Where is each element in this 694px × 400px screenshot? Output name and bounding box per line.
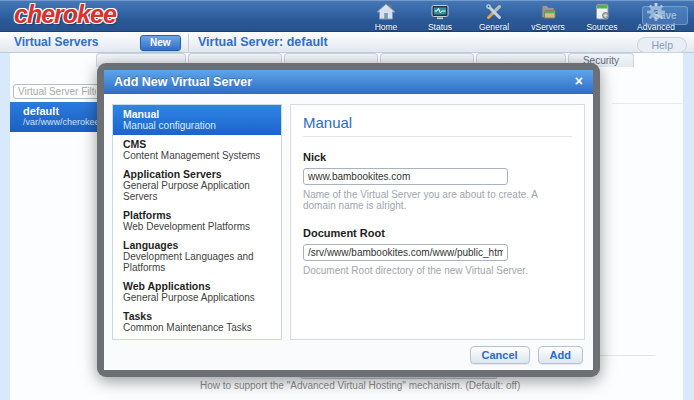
vservers-icon: [538, 2, 558, 22]
document-root-label: Document Root: [303, 227, 572, 239]
category-title: Languages: [123, 239, 273, 251]
dialog-header: Add New Virtual Server ×: [104, 70, 593, 94]
category-subtitle: Content Management Systems: [123, 150, 273, 161]
nav-label: Home: [375, 22, 398, 32]
category-title: Manual: [123, 108, 273, 120]
category-title: Web Applications: [123, 280, 273, 292]
manual-config-panel: Manual Nick Name of the Virtual Server y…: [290, 104, 585, 340]
content-divider: [612, 103, 682, 104]
category-title: Platforms: [123, 209, 273, 221]
dialog-title: Add New Virtual Server: [114, 70, 252, 94]
category-title: Tasks: [123, 310, 273, 322]
dialog-body: Manual Manual configuration CMS Content …: [104, 94, 593, 370]
category-subtitle: Common Maintenance Tasks: [123, 322, 273, 333]
cancel-button[interactable]: Cancel: [470, 346, 530, 364]
nav-label: General: [479, 22, 509, 32]
top-navigation-bar: cherokee Home Status: [0, 0, 694, 32]
sources-icon: [592, 2, 612, 22]
category-subtitle: General Purpose Application Servers: [123, 180, 273, 202]
nav-label: Sources: [586, 22, 617, 32]
category-subtitle: Web Development Platforms: [123, 221, 273, 232]
cherokee-logo[interactable]: cherokee: [14, 0, 116, 29]
content-divider: [598, 355, 655, 356]
dialog-footer: Cancel Add: [470, 346, 583, 364]
nav-item-sources[interactable]: Sources: [580, 2, 624, 32]
close-icon[interactable]: ×: [575, 70, 583, 93]
panel-heading: Manual: [303, 114, 572, 137]
add-virtual-server-dialog: Add New Virtual Server × Manual Manual c…: [97, 63, 600, 377]
category-title: Application Servers: [123, 168, 273, 180]
nav-item-home[interactable]: Home: [364, 2, 408, 32]
category-cms[interactable]: CMS Content Management Systems: [113, 135, 281, 165]
new-virtual-server-button[interactable]: New: [140, 35, 181, 51]
category-application-servers[interactable]: Application Servers General Purpose Appl…: [113, 165, 281, 206]
wizard-category-list: Manual Manual configuration CMS Content …: [112, 104, 282, 340]
document-root-input[interactable]: [303, 244, 508, 261]
general-icon: [484, 2, 504, 22]
virtual-server-filter-input[interactable]: [13, 84, 101, 99]
save-button[interactable]: Save: [642, 6, 688, 25]
nick-field-group: Nick Name of the Virtual Server you are …: [303, 151, 572, 211]
nick-label: Nick: [303, 151, 572, 163]
sub-header-bar: Virtual Servers New Virtual Server: defa…: [0, 32, 694, 53]
main-nav: Home Status: [364, 2, 678, 32]
nav-item-vservers[interactable]: vServers: [526, 2, 570, 32]
add-button[interactable]: Add: [538, 346, 583, 364]
section-title: Virtual Servers: [14, 32, 99, 53]
method-help-text: How to support the "Advanced Virtual Hos…: [200, 380, 520, 391]
help-button[interactable]: Help: [637, 37, 687, 53]
category-tasks[interactable]: Tasks Common Maintenance Tasks: [113, 307, 281, 337]
category-title: CMS: [123, 138, 273, 150]
document-root-help-text: Document Root directory of the new Virtu…: [303, 265, 572, 276]
category-web-applications[interactable]: Web Applications General Purpose Applica…: [113, 277, 281, 307]
page-title: Virtual Server: default: [198, 32, 328, 53]
header-separator: [188, 34, 189, 51]
document-root-field-group: Document Root Document Root directory of…: [303, 227, 572, 276]
nick-help-text: Name of the Virtual Server you are about…: [303, 189, 572, 211]
nav-item-general[interactable]: General: [472, 2, 516, 32]
nick-input[interactable]: [303, 168, 508, 185]
category-languages[interactable]: Languages Development Languages and Plat…: [113, 236, 281, 277]
nav-label: Status: [428, 22, 452, 32]
category-subtitle: General Purpose Applications: [123, 292, 273, 303]
status-icon: [430, 2, 450, 22]
category-manual[interactable]: Manual Manual configuration: [113, 105, 281, 135]
category-subtitle: Manual configuration: [123, 120, 273, 131]
nav-item-status[interactable]: Status: [418, 2, 462, 32]
category-platforms[interactable]: Platforms Web Development Platforms: [113, 206, 281, 236]
home-icon: [376, 2, 396, 22]
category-subtitle: Development Languages and Platforms: [123, 251, 273, 273]
